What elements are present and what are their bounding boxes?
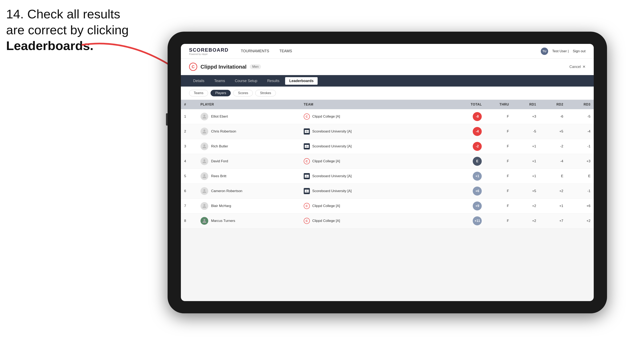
cell-rd2: +7	[539, 213, 566, 228]
cell-rank: 5	[181, 169, 197, 184]
cell-thru: F	[485, 199, 512, 213]
cell-rank: 1	[181, 109, 197, 124]
cell-rd3: -5	[566, 109, 594, 124]
cell-team: CClippd College [A]	[300, 154, 452, 169]
cell-thru: F	[485, 124, 512, 139]
tab-teams[interactable]: Teams	[210, 77, 229, 85]
team-logo-sb	[304, 173, 310, 179]
player-avatar	[200, 157, 208, 165]
col-header-rd2: RD2	[539, 100, 566, 109]
cell-rank: 6	[181, 184, 197, 199]
cell-total: -4	[452, 124, 485, 139]
team-name: Clippd College [A]	[312, 115, 340, 119]
tab-details[interactable]: Details	[189, 77, 208, 85]
nav-teams[interactable]: TEAMS	[280, 48, 292, 54]
leaderboard-table: # PLAYER TEAM TOTAL THRU RD1 RD2 RD3 1El…	[181, 100, 594, 228]
team-logo-c: C	[304, 203, 310, 209]
table-row: 8Marcus TurnersCClippd College [A]+11F+2…	[181, 213, 594, 228]
svg-point-2	[203, 130, 205, 132]
filter-bar: Teams Players Scores Strokes	[181, 87, 594, 100]
svg-point-5	[203, 174, 205, 176]
cell-total: +11	[452, 213, 485, 228]
team-logo-sb	[304, 188, 310, 194]
logo-area: SCOREBOARD Powered by clippd	[189, 47, 228, 55]
player-name: Elliot Ebert	[211, 115, 228, 119]
signout-link[interactable]: Sign out	[573, 49, 586, 53]
nav-user-label: Test User |	[552, 49, 569, 53]
cell-rank: 4	[181, 154, 197, 169]
table-row: 7Blair McHargCClippd College [A]+9F+2+1+…	[181, 199, 594, 213]
logo-text: SCOREBOARD	[189, 47, 228, 53]
cell-thru: F	[485, 169, 512, 184]
col-header-rd3: RD3	[566, 100, 594, 109]
tab-leaderboards[interactable]: Leaderboards	[285, 77, 318, 85]
player-avatar	[200, 128, 208, 135]
svg-point-8	[203, 219, 205, 221]
filter-scores[interactable]: Scores	[233, 90, 253, 96]
table-row: 1Elliot EbertCClippd College [A]-8F+3-6-…	[181, 109, 594, 124]
cell-total: -8	[452, 109, 485, 124]
team-name: Clippd College [A]	[312, 159, 340, 163]
col-header-thru: THRU	[485, 100, 512, 109]
tablet-frame: SCOREBOARD Powered by clippd TOURNAMENTS…	[168, 32, 607, 313]
cell-team: Scoreboard University [A]	[300, 184, 452, 199]
svg-point-6	[203, 189, 205, 191]
col-header-rd1: RD1	[512, 100, 539, 109]
cell-rd2: +1	[539, 199, 566, 213]
team-name: Scoreboard University [A]	[312, 189, 352, 193]
cell-rd1: -5	[512, 124, 539, 139]
cell-rank: 2	[181, 124, 197, 139]
table-row: 3Rich ButlerScoreboard University [A]-2F…	[181, 139, 594, 154]
tournament-name: Clippd Invitational	[200, 64, 246, 70]
player-avatar	[200, 217, 208, 225]
cell-player: Chris Robertson	[197, 124, 300, 139]
nav-right: TU Test User | Sign out	[541, 48, 586, 55]
cell-rd2: -6	[539, 109, 566, 124]
svg-point-7	[203, 204, 205, 206]
team-name: Clippd College [A]	[312, 219, 340, 223]
tournament-title-row: C Clippd Invitational Men	[189, 63, 261, 71]
cell-thru: F	[485, 213, 512, 228]
cell-rd2: -2	[539, 139, 566, 154]
tab-course-setup[interactable]: Course Setup	[231, 77, 262, 85]
cell-team: CClippd College [A]	[300, 199, 452, 213]
cell-player: Marcus Turners	[197, 213, 300, 228]
cell-thru: F	[485, 154, 512, 169]
team-name: Scoreboard University [A]	[312, 144, 352, 148]
player-name: Blair McHarg	[211, 204, 231, 208]
cell-rd3: -1	[566, 139, 594, 154]
cell-rd1: +1	[512, 169, 539, 184]
team-logo-c: C	[304, 218, 310, 224]
filter-strokes[interactable]: Strokes	[255, 90, 276, 96]
user-avatar: TU	[541, 48, 548, 55]
logo-sub: Powered by clippd	[189, 53, 228, 55]
player-name: Cameron Robertson	[211, 189, 242, 193]
cell-rd1: +1	[512, 139, 539, 154]
cell-rank: 7	[181, 199, 197, 213]
nav-tournaments[interactable]: TOURNAMENTS	[241, 48, 269, 54]
cell-rd1: +1	[512, 154, 539, 169]
tab-results[interactable]: Results	[263, 77, 284, 85]
cell-total: E	[452, 154, 485, 169]
team-logo-c: C	[304, 158, 310, 164]
cancel-button[interactable]: Cancel ✕	[570, 64, 586, 69]
table-row: 6Cameron RobertsonScoreboard University …	[181, 184, 594, 199]
filter-teams[interactable]: Teams	[189, 90, 208, 96]
cell-player: Elliot Ebert	[197, 109, 300, 124]
tablet-screen: SCOREBOARD Powered by clippd TOURNAMENTS…	[181, 44, 594, 301]
tab-bar: Details Teams Course Setup Results Leade…	[181, 75, 594, 87]
cell-player: David Ford	[197, 154, 300, 169]
cell-rd3: -1	[566, 184, 594, 199]
player-name: Marcus Turners	[211, 219, 235, 223]
cell-player: Cameron Robertson	[197, 184, 300, 199]
col-header-total: TOTAL	[452, 100, 485, 109]
cell-team: Scoreboard University [A]	[300, 139, 452, 154]
col-header-team: TEAM	[300, 100, 452, 109]
cell-rank: 8	[181, 213, 197, 228]
table-row: 4David FordCClippd College [A]EF+1-4+3	[181, 154, 594, 169]
filter-players[interactable]: Players	[210, 90, 231, 96]
cell-rd1: +2	[512, 199, 539, 213]
cell-rd2: +5	[539, 124, 566, 139]
navbar: SCOREBOARD Powered by clippd TOURNAMENTS…	[181, 44, 594, 59]
table-row: 5Rees BrittScoreboard University [A]+1F+…	[181, 169, 594, 184]
